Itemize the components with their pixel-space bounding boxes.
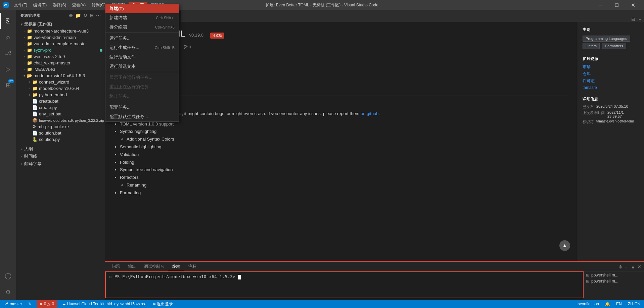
detail-label: 标识符 (583, 119, 594, 124)
tree-item-modelbox[interactable]: ▾ 📂 modelbox-win10-x64-1.5.3 (16, 72, 105, 79)
workspace-title[interactable]: ▾ 无标题 (工作区) (16, 21, 105, 28)
scroll-up-button[interactable]: ▲ (559, 240, 570, 251)
tree-item-chat[interactable]: › 📁 chat_wxmp-master (16, 60, 105, 66)
menu-item-run-task[interactable]: 运行任务... (105, 34, 179, 43)
tree-item-vue-admin[interactable]: › 📁 vue-admin-template-master (16, 41, 105, 47)
menu-item-new-terminal[interactable]: 新建终端 Ctrl+Shift+` (105, 13, 179, 22)
menu-item-run-selected[interactable]: 运行所选文本 (105, 62, 179, 71)
menu-view[interactable]: 查看(V) (70, 2, 88, 9)
menu-select[interactable]: 选择(S) (50, 2, 69, 9)
close-panel-icon[interactable]: ✕ (637, 264, 641, 269)
new-file-icon[interactable]: ⊕ (69, 13, 73, 18)
file-type-status[interactable]: tsconfig.json (576, 302, 600, 306)
menu-edit[interactable]: 编辑(E) (31, 2, 49, 9)
menu-item-split-terminal[interactable]: 拆分终端 Ctrl+Shift+5 (105, 22, 179, 32)
terminal-tab-problems[interactable]: 问题 (108, 262, 124, 271)
activity-item-search[interactable]: ⌕ (0, 29, 16, 45)
changelog-link[interactable]: 改改日志 (113, 86, 569, 92)
terminal-tab-debug[interactable]: 调试控制台 (140, 262, 168, 271)
terminal-tab-comments[interactable]: 注释 (184, 262, 200, 271)
tree-item-mb-pkg[interactable]: › ⚙ mb-pkg-tool.exe (16, 123, 105, 130)
tree-item-env[interactable]: › 📄 env_set.bat (16, 111, 105, 117)
tree-section-outline[interactable]: › 大纲 (16, 145, 105, 153)
terminal-body[interactable]: ◇ PS E:\PythonProjects\modelbox-win10-x6… (105, 271, 584, 298)
notification-bell[interactable]: 🔔 (604, 302, 611, 306)
activity-item-account[interactable]: ◯ (0, 268, 16, 284)
tree-item-create-py[interactable]: › 📄 create.py (16, 104, 105, 111)
resource-license[interactable]: 许可证 (583, 78, 639, 84)
new-folder-icon[interactable]: 📁 (75, 13, 81, 18)
category-tag-1[interactable]: Linters (583, 43, 600, 49)
maximize-panel-icon[interactable]: ▲ (631, 264, 635, 269)
tree-item-imes[interactable]: › 📁 iMES.Vue3 (16, 66, 105, 72)
sync-status[interactable]: ↻ (27, 302, 33, 306)
terminal-more-icon[interactable]: ··· (625, 264, 629, 269)
tree-item-solution-py[interactable]: › 🐍 solution.py (16, 136, 105, 143)
titlebar-controls: ─ □ ✕ (593, 0, 641, 10)
tree-label: create.py (39, 105, 57, 110)
activity-item-settings[interactable]: ⚙ (0, 284, 16, 300)
tree-item-monomer[interactable]: › 📁 monomer-architecture--vue3 (16, 28, 105, 34)
menu-item-configure-tasks[interactable]: 配置任务... (105, 103, 179, 112)
maximize-button[interactable]: □ (609, 0, 625, 10)
menu-item-run-build[interactable]: 运行生成任务... Ctrl+Shift+B (105, 43, 179, 52)
resource-author[interactable]: tamasfe (583, 85, 639, 90)
warning-icon: △ (47, 302, 50, 306)
errors-status[interactable]: ✕ 0 △ 0 (37, 300, 57, 308)
menu-file[interactable]: 文件(F) (11, 2, 30, 9)
refresh-icon[interactable]: ↻ (83, 13, 88, 18)
close-button[interactable]: ✕ (625, 0, 641, 10)
more-icon[interactable]: ··· (637, 16, 641, 22)
tree-section-timeline[interactable]: › 时间线 (16, 153, 105, 160)
ext-preview-notice: It is currently a preview extension , it… (113, 110, 569, 117)
categories-title: 类别 (583, 27, 639, 32)
minimize-button[interactable]: ─ (593, 0, 608, 10)
feature-item: TOML version 1.0.0 support (120, 121, 569, 128)
cloud-status[interactable]: ☁ Huawei Cloud Toolkit: hid_aycwmbf15svx… (61, 302, 147, 306)
terminal-tab-output[interactable]: 输出 (124, 262, 140, 271)
collapse-icon[interactable]: ⊟ (90, 13, 94, 18)
menu-item-run-active[interactable]: 运行活动文件 (105, 52, 179, 62)
detail-identifier: 标识符 tamasfe.even-better-toml (583, 119, 639, 124)
activity-item-extensions[interactable]: ⊞ 57 (0, 77, 16, 93)
menu-item-configure-default-build[interactable]: 配置默认生成任务... (105, 112, 179, 121)
github-link[interactable]: on github (361, 111, 379, 116)
tree-item-connect[interactable]: › 📁 connect_wizard (16, 79, 105, 85)
language-cn[interactable]: ZH-CN (627, 302, 641, 306)
error-count: 0 (44, 302, 46, 306)
resource-market[interactable]: 市场 (583, 64, 639, 70)
tree-item-modelbox-win[interactable]: › 📁 modelbox-win10-x64 (16, 85, 105, 92)
tree-item-syzm[interactable]: › 📁 syzm-pro (16, 47, 105, 53)
tree-item-solution-bat[interactable]: › 📄 solution.bat (16, 130, 105, 136)
split-editor-icon[interactable]: ⊟ (631, 16, 635, 22)
category-tag-0[interactable]: Programming Languages (583, 36, 630, 42)
feature-syntax-colors: Additional Syntax Colors (127, 136, 569, 143)
tree-item-vben[interactable]: › 📁 vue-vben-admin-main (16, 34, 105, 41)
ext-global-notice: 此扩展已全局应用。 (113, 76, 569, 82)
tree-item-python[interactable]: › 📁 python-embed (16, 92, 105, 98)
tree-item-huawei[interactable]: › 📦 huaweicloud-obs-sdk-python_3.22.2.zi… (16, 117, 105, 123)
workspace-arrow: ▾ (19, 22, 24, 26)
logout-status[interactable]: ⊗ 退出登录 (151, 301, 174, 307)
tree-item-weui[interactable]: › 📁 weui-wxss-2.5.9 (16, 53, 105, 60)
prompt-text: PS E:\PythonProjects\modelbox-win10-x64-… (114, 274, 235, 279)
resource-repo[interactable]: 仓库 (583, 71, 639, 77)
git-branch-status[interactable]: ⎇ master (3, 302, 23, 306)
extension-sidebar: 类别 Programming Languages Linters Formatt… (577, 22, 644, 300)
category-tag-2[interactable]: Formatters (602, 43, 626, 49)
activity-item-run[interactable]: ▷ (0, 61, 16, 77)
section-label: 大纲 (24, 146, 33, 152)
tree-item-create-bat[interactable]: › 📄 create.bat (16, 98, 105, 104)
menu-item-terminate-task: 终止任务... (105, 92, 179, 101)
folder-icon: 📂 (27, 73, 32, 78)
more-actions-icon[interactable]: ··· (96, 13, 101, 18)
activity-item-explorer[interactable]: ⎘ (0, 13, 16, 29)
terminal-side-item-1[interactable]: ⊞ powershell m... (586, 279, 642, 284)
terminal-tab-terminal[interactable]: 终端 (168, 262, 184, 271)
language-en[interactable]: EN (615, 302, 623, 306)
folder-icon: 📁 (32, 80, 38, 85)
add-terminal-icon[interactable]: ⊕ (618, 264, 623, 269)
terminal-side-item-0[interactable]: ⊞ powershell m... (586, 273, 642, 277)
activity-item-source-control[interactable]: ⎇ (0, 45, 16, 61)
tree-section-subtitle[interactable]: › 翻译字幕 (16, 160, 105, 167)
